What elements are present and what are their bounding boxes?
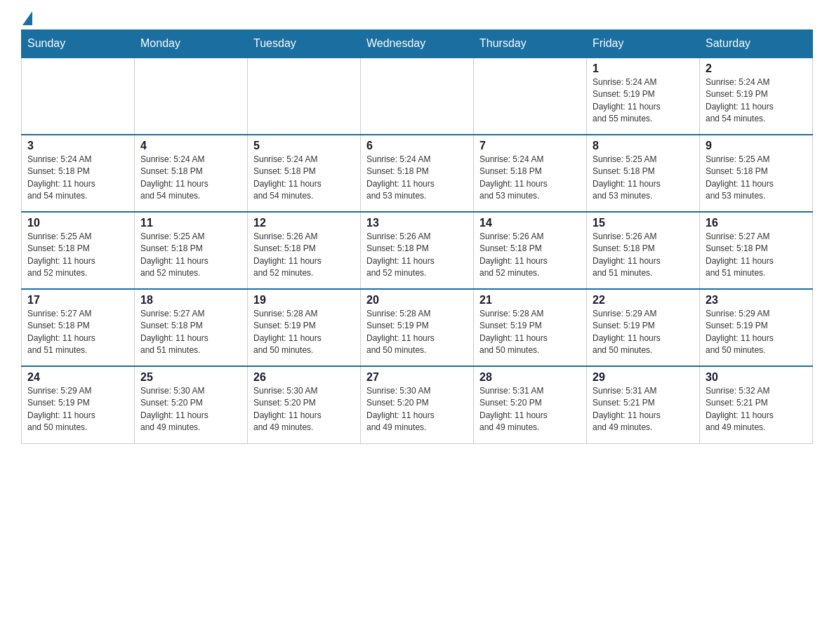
- calendar-cell: 28Sunrise: 5:31 AMSunset: 5:20 PMDayligh…: [474, 366, 587, 443]
- day-info: Sunrise: 5:30 AMSunset: 5:20 PMDaylight:…: [366, 385, 468, 434]
- calendar-week-2: 3Sunrise: 5:24 AMSunset: 5:18 PMDaylight…: [22, 135, 813, 212]
- day-info: Sunrise: 5:32 AMSunset: 5:21 PMDaylight:…: [706, 385, 807, 434]
- weekday-header-wednesday: Wednesday: [361, 30, 474, 58]
- day-number: 3: [27, 140, 128, 152]
- day-number: 9: [706, 140, 807, 152]
- weekday-header-saturday: Saturday: [700, 30, 813, 58]
- calendar-cell: 14Sunrise: 5:26 AMSunset: 5:18 PMDayligh…: [474, 212, 587, 289]
- calendar-cell: 24Sunrise: 5:29 AMSunset: 5:19 PMDayligh…: [22, 366, 135, 443]
- day-info: Sunrise: 5:29 AMSunset: 5:19 PMDaylight:…: [593, 308, 694, 357]
- day-info: Sunrise: 5:29 AMSunset: 5:19 PMDaylight:…: [27, 385, 128, 434]
- day-info: Sunrise: 5:28 AMSunset: 5:19 PMDaylight:…: [366, 308, 468, 357]
- calendar-cell: 19Sunrise: 5:28 AMSunset: 5:19 PMDayligh…: [248, 289, 361, 366]
- calendar-cell: [22, 58, 135, 135]
- calendar-cell: 7Sunrise: 5:24 AMSunset: 5:18 PMDaylight…: [474, 135, 587, 212]
- calendar-cell: 25Sunrise: 5:30 AMSunset: 5:20 PMDayligh…: [135, 366, 248, 443]
- day-info: Sunrise: 5:25 AMSunset: 5:18 PMDaylight:…: [593, 154, 694, 203]
- day-info: Sunrise: 5:24 AMSunset: 5:19 PMDaylight:…: [593, 76, 694, 126]
- day-number: 10: [27, 217, 128, 229]
- day-number: 22: [593, 294, 694, 307]
- weekday-header-sunday: Sunday: [22, 30, 135, 58]
- day-number: 30: [706, 371, 807, 384]
- calendar-cell: 13Sunrise: 5:26 AMSunset: 5:18 PMDayligh…: [361, 212, 474, 289]
- day-number: 24: [27, 371, 128, 384]
- calendar-cell: 3Sunrise: 5:24 AMSunset: 5:18 PMDaylight…: [22, 135, 135, 212]
- calendar-cell: [361, 58, 474, 135]
- calendar-week-3: 10Sunrise: 5:25 AMSunset: 5:18 PMDayligh…: [22, 212, 813, 289]
- calendar-cell: 1Sunrise: 5:24 AMSunset: 5:19 PMDaylight…: [587, 58, 700, 135]
- calendar-cell: 15Sunrise: 5:26 AMSunset: 5:18 PMDayligh…: [587, 212, 700, 289]
- day-info: Sunrise: 5:27 AMSunset: 5:18 PMDaylight:…: [140, 308, 241, 357]
- weekday-header-monday: Monday: [135, 30, 248, 58]
- calendar-cell: [248, 58, 361, 135]
- day-info: Sunrise: 5:28 AMSunset: 5:19 PMDaylight:…: [479, 308, 581, 357]
- calendar-cell: 6Sunrise: 5:24 AMSunset: 5:18 PMDaylight…: [361, 135, 474, 212]
- calendar-cell: 29Sunrise: 5:31 AMSunset: 5:21 PMDayligh…: [587, 366, 700, 443]
- day-number: 7: [479, 140, 581, 152]
- calendar-cell: 12Sunrise: 5:26 AMSunset: 5:18 PMDayligh…: [248, 212, 361, 289]
- day-info: Sunrise: 5:24 AMSunset: 5:19 PMDaylight:…: [706, 76, 807, 126]
- day-info: Sunrise: 5:29 AMSunset: 5:19 PMDaylight:…: [706, 308, 807, 357]
- day-info: Sunrise: 5:26 AMSunset: 5:18 PMDaylight:…: [479, 231, 581, 280]
- day-number: 26: [253, 371, 355, 384]
- calendar-cell: 18Sunrise: 5:27 AMSunset: 5:18 PMDayligh…: [135, 289, 248, 366]
- day-number: 20: [366, 294, 468, 307]
- calendar-cell: 26Sunrise: 5:30 AMSunset: 5:20 PMDayligh…: [248, 366, 361, 443]
- logo-triangle-icon: [22, 11, 32, 25]
- calendar-cell: 22Sunrise: 5:29 AMSunset: 5:19 PMDayligh…: [587, 289, 700, 366]
- day-number: 29: [593, 371, 694, 384]
- weekday-header-row: SundayMondayTuesdayWednesdayThursdayFrid…: [22, 30, 813, 58]
- day-number: 11: [140, 217, 241, 229]
- day-number: 19: [253, 294, 355, 307]
- day-number: 14: [479, 217, 581, 229]
- day-info: Sunrise: 5:27 AMSunset: 5:18 PMDaylight:…: [706, 231, 807, 280]
- calendar-cell: 23Sunrise: 5:29 AMSunset: 5:19 PMDayligh…: [700, 289, 813, 366]
- calendar-table: SundayMondayTuesdayWednesdayThursdayFrid…: [21, 29, 813, 444]
- day-number: 25: [140, 371, 241, 384]
- day-info: Sunrise: 5:25 AMSunset: 5:18 PMDaylight:…: [706, 154, 807, 203]
- day-info: Sunrise: 5:24 AMSunset: 5:18 PMDaylight:…: [140, 154, 241, 203]
- calendar-cell: 16Sunrise: 5:27 AMSunset: 5:18 PMDayligh…: [700, 212, 813, 289]
- day-info: Sunrise: 5:30 AMSunset: 5:20 PMDaylight:…: [140, 385, 241, 434]
- day-number: 21: [479, 294, 581, 307]
- calendar-cell: 8Sunrise: 5:25 AMSunset: 5:18 PMDaylight…: [587, 135, 700, 212]
- calendar-cell: 21Sunrise: 5:28 AMSunset: 5:19 PMDayligh…: [474, 289, 587, 366]
- page-header: [21, 14, 813, 22]
- calendar-cell: 17Sunrise: 5:27 AMSunset: 5:18 PMDayligh…: [22, 289, 135, 366]
- day-info: Sunrise: 5:24 AMSunset: 5:18 PMDaylight:…: [253, 154, 355, 203]
- day-number: 18: [140, 294, 241, 307]
- day-number: 4: [140, 140, 241, 152]
- day-info: Sunrise: 5:24 AMSunset: 5:18 PMDaylight:…: [366, 154, 468, 203]
- weekday-header-thursday: Thursday: [474, 30, 587, 58]
- day-number: 17: [27, 294, 128, 307]
- day-info: Sunrise: 5:27 AMSunset: 5:18 PMDaylight:…: [27, 308, 128, 357]
- day-info: Sunrise: 5:28 AMSunset: 5:19 PMDaylight:…: [253, 308, 355, 357]
- day-number: 28: [479, 371, 581, 384]
- day-number: 5: [253, 140, 355, 152]
- calendar-cell: [135, 58, 248, 135]
- day-info: Sunrise: 5:26 AMSunset: 5:18 PMDaylight:…: [253, 231, 355, 280]
- day-number: 1: [593, 62, 694, 75]
- day-number: 23: [706, 294, 807, 307]
- day-info: Sunrise: 5:24 AMSunset: 5:18 PMDaylight:…: [27, 154, 128, 203]
- calendar-cell: 27Sunrise: 5:30 AMSunset: 5:20 PMDayligh…: [361, 366, 474, 443]
- day-info: Sunrise: 5:26 AMSunset: 5:18 PMDaylight:…: [366, 231, 468, 280]
- calendar-week-1: 1Sunrise: 5:24 AMSunset: 5:19 PMDaylight…: [22, 58, 813, 135]
- calendar-cell: 10Sunrise: 5:25 AMSunset: 5:18 PMDayligh…: [22, 212, 135, 289]
- day-number: 8: [593, 140, 694, 152]
- calendar-cell: 20Sunrise: 5:28 AMSunset: 5:19 PMDayligh…: [361, 289, 474, 366]
- day-number: 6: [366, 140, 468, 152]
- day-number: 2: [706, 62, 807, 75]
- calendar-week-5: 24Sunrise: 5:29 AMSunset: 5:19 PMDayligh…: [22, 366, 813, 443]
- day-info: Sunrise: 5:26 AMSunset: 5:18 PMDaylight:…: [593, 231, 694, 280]
- day-number: 16: [706, 217, 807, 229]
- day-number: 15: [593, 217, 694, 229]
- day-info: Sunrise: 5:31 AMSunset: 5:21 PMDaylight:…: [593, 385, 694, 434]
- weekday-header-tuesday: Tuesday: [248, 30, 361, 58]
- day-number: 12: [253, 217, 355, 229]
- day-number: 13: [366, 217, 468, 229]
- day-number: 27: [366, 371, 468, 384]
- weekday-header-friday: Friday: [587, 30, 700, 58]
- day-info: Sunrise: 5:25 AMSunset: 5:18 PMDaylight:…: [140, 231, 241, 280]
- calendar-cell: 30Sunrise: 5:32 AMSunset: 5:21 PMDayligh…: [700, 366, 813, 443]
